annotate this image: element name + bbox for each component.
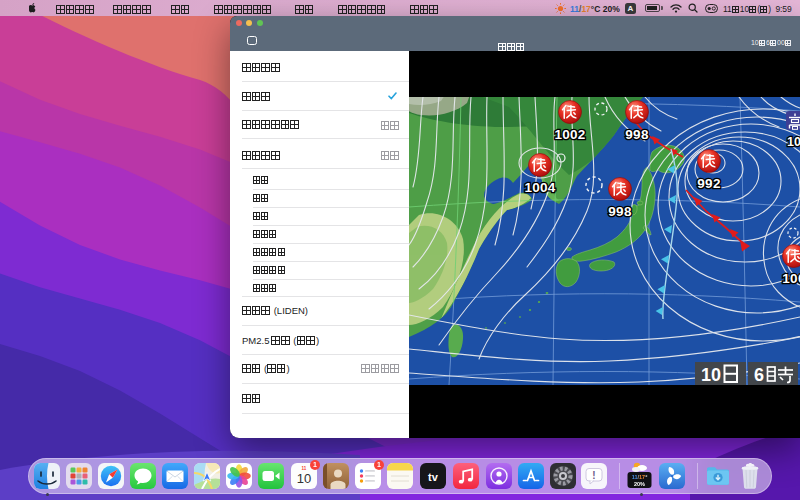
svg-text:11/17°: 11/17° <box>632 474 648 480</box>
svg-text:998: 998 <box>625 127 649 142</box>
svg-text:tv: tv <box>428 470 439 482</box>
svg-text:100: 100 <box>782 271 800 286</box>
svg-text:!: ! <box>592 469 595 480</box>
svg-text:1004: 1004 <box>524 180 555 195</box>
svg-text:998: 998 <box>608 204 632 219</box>
svg-text:6: 6 <box>754 365 764 385</box>
svg-text:10: 10 <box>297 471 311 486</box>
svg-text:11: 11 <box>302 465 307 470</box>
svg-text:1002: 1002 <box>554 127 585 142</box>
svg-text:10: 10 <box>701 365 721 385</box>
svg-text:103: 103 <box>787 135 800 149</box>
svg-text:992: 992 <box>697 176 720 191</box>
svg-text:20%: 20% <box>634 481 645 487</box>
